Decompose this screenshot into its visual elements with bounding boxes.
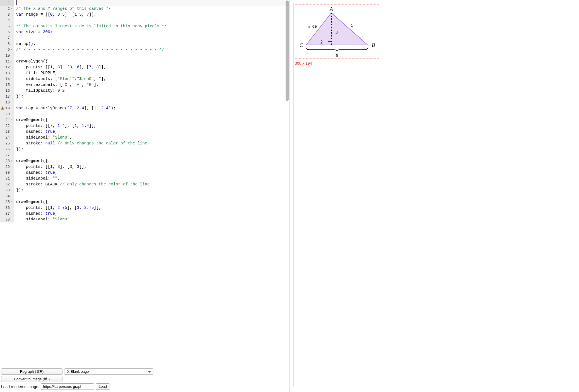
gutter-line[interactable]: 23 xyxy=(0,129,14,135)
gutter-line[interactable]: 12 xyxy=(0,64,14,70)
convert-to-image-button[interactable]: Convert to Image (⌘I) xyxy=(1,376,62,382)
code-line[interactable]: setup(); xyxy=(16,41,289,47)
gutter-line[interactable]: 34 xyxy=(0,193,14,199)
gutter-line[interactable]: 37 xyxy=(0,211,14,217)
fold-icon[interactable]: ▾ xyxy=(10,117,13,123)
code-line[interactable]: dashed: true, xyxy=(16,211,289,217)
code-line[interactable] xyxy=(16,100,289,105)
code-line[interactable]: sideLabel: "$len0", xyxy=(16,135,289,141)
gutter-line[interactable]: 6 xyxy=(0,29,14,35)
gutter-line[interactable]: 19 xyxy=(0,105,14,111)
code-line[interactable]: sideLabel: "$len0" xyxy=(16,217,289,220)
gutter-line[interactable]: 3 xyxy=(0,12,14,18)
gutter-line[interactable]: 26 xyxy=(0,146,14,152)
gutter-line[interactable]: 20 xyxy=(0,111,14,117)
code-line[interactable]: sideLabel: "", xyxy=(16,176,289,182)
vertical-scrollbar[interactable] xyxy=(286,1,289,112)
code-line[interactable]: points: [[7, 1.4], [1, 1.4]], xyxy=(16,123,289,129)
code-line[interactable]: sideLabels: ["$len1","$len0",""], xyxy=(16,76,289,82)
gutter-line[interactable]: 25 xyxy=(0,141,14,146)
gutter-line[interactable]: 22 xyxy=(0,123,14,129)
gutter-line[interactable]: 7 xyxy=(0,35,14,41)
code-line[interactable] xyxy=(16,193,289,199)
gutter-line[interactable]: 21▾ xyxy=(0,117,14,123)
gutter-line[interactable]: 15 xyxy=(0,82,14,88)
code-line[interactable] xyxy=(16,111,289,117)
vertex-b-label: B xyxy=(372,42,375,48)
gutter-line[interactable]: 36 xyxy=(0,205,14,211)
fold-icon[interactable]: ▾ xyxy=(10,23,13,29)
gutter-line[interactable]: 28▾ xyxy=(0,158,14,164)
code-line[interactable] xyxy=(16,53,289,59)
fold-icon[interactable]: ▾ xyxy=(10,158,13,164)
code-line[interactable]: var range = [[0, 8.5], [1.5, 7]]; xyxy=(16,12,289,18)
figure-bounding-box: ABC≈ 3.65326 xyxy=(295,4,379,59)
gutter-line[interactable]: 30 xyxy=(0,170,14,176)
triangle-figure: ABC≈ 3.65326 xyxy=(295,4,379,59)
code-line[interactable]: drawSegment({ xyxy=(16,158,289,164)
gutter-line[interactable]: 8 xyxy=(0,41,14,47)
side-ab-label: 5 xyxy=(351,23,353,28)
gutter-line[interactable]: 33 xyxy=(0,187,14,193)
code-line[interactable]: /* The X and Y ranges of this canvas */ xyxy=(16,6,289,12)
fold-icon[interactable]: ▾ xyxy=(10,199,13,205)
gutter-line[interactable]: 38 xyxy=(0,217,14,222)
gutter-line[interactable]: 24 xyxy=(0,135,14,141)
load-button[interactable]: Load xyxy=(96,383,110,390)
gutter-line[interactable]: 29 xyxy=(0,164,14,170)
gutter-line[interactable]: 14 xyxy=(0,76,14,82)
gutter-line[interactable]: 32 xyxy=(0,182,14,187)
regraph-button[interactable]: Regraph (⌘R) xyxy=(1,368,62,375)
code-line[interactable]: /* - - - - - - - - - - - - - - - - - - -… xyxy=(16,47,289,53)
gutter-line[interactable]: 10 xyxy=(0,53,14,59)
gutter-line[interactable]: 5▾ xyxy=(0,23,14,29)
load-image-label: Load rendered image: xyxy=(1,384,39,389)
code-line[interactable] xyxy=(16,0,289,6)
code-line[interactable]: fill: PURPLE, xyxy=(16,70,289,76)
gutter-line[interactable]: 16 xyxy=(0,88,14,94)
code-line[interactable]: }); xyxy=(16,94,289,100)
code-line[interactable]: points: [[1, 3], [3, 3]], xyxy=(16,164,289,170)
fold-icon[interactable]: ▾ xyxy=(10,47,13,53)
code-line[interactable]: /* The output's largest side is limited … xyxy=(16,23,289,29)
gutter-line[interactable]: 11▾ xyxy=(0,59,14,64)
code-line[interactable] xyxy=(16,152,289,158)
page-select[interactable]: 0. Blank page xyxy=(64,368,153,375)
code-line[interactable]: }); xyxy=(16,187,289,193)
brace-label: 6 xyxy=(336,53,338,58)
gutter-line[interactable]: 35▾ xyxy=(0,199,14,205)
code-line[interactable]: vertexLabels: ["C", "A", "B"], xyxy=(16,82,289,88)
gutter-line[interactable]: 31 xyxy=(0,176,14,182)
gutter-line[interactable]: 2▾ xyxy=(0,6,14,12)
gutter-line[interactable]: 27 xyxy=(0,152,14,158)
gutter-line[interactable]: 9▾ xyxy=(0,47,14,53)
code-line[interactable]: dashed: true, xyxy=(16,129,289,135)
code-line[interactable]: var top = curlyBrace([7, 2.4], [1, 2.4])… xyxy=(16,105,289,111)
code-line[interactable]: }); xyxy=(16,146,289,152)
code-line[interactable] xyxy=(16,35,289,41)
code-line[interactable]: stroke: null // only changes the color o… xyxy=(16,141,289,146)
code-line[interactable] xyxy=(16,18,289,23)
fold-icon[interactable]: ▾ xyxy=(10,59,13,64)
code-line[interactable]: drawSegment({ xyxy=(16,199,289,205)
gutter-line[interactable]: 4 xyxy=(0,18,14,23)
gutter-line[interactable]: 17 xyxy=(0,94,14,100)
svg-rect-1 xyxy=(2,107,3,108)
gutter-line[interactable]: 13 xyxy=(0,70,14,76)
figure-dimensions-label: 300 x 194 xyxy=(295,61,574,66)
image-url-input[interactable] xyxy=(41,383,94,390)
code-editor[interactable]: 12▾345▾6789▾1011▾12131415161718192021▾22… xyxy=(0,0,289,367)
code-line[interactable]: drawPolygon({ xyxy=(16,59,289,64)
code-line[interactable]: stroke: BLACK // only changes the color … xyxy=(16,182,289,187)
fold-icon[interactable]: ▾ xyxy=(10,6,13,12)
code-line[interactable]: var size = 300; xyxy=(16,29,289,35)
code-line[interactable]: fillOpacity: 0.2 xyxy=(16,88,289,94)
code-line[interactable]: dashed: true, xyxy=(16,170,289,176)
text-cursor xyxy=(16,0,17,5)
code-line[interactable]: drawSegment({ xyxy=(16,117,289,123)
scrollbar-thumb[interactable] xyxy=(286,1,289,101)
code-line[interactable]: points: [[1, 3], [3, 6], [7, 3]], xyxy=(16,64,289,70)
gutter-line[interactable]: 1 xyxy=(0,0,14,6)
gutter-line[interactable]: 18 xyxy=(0,100,14,105)
code-line[interactable]: points: [[1, 2.75], [3, 2.75]], xyxy=(16,205,289,211)
